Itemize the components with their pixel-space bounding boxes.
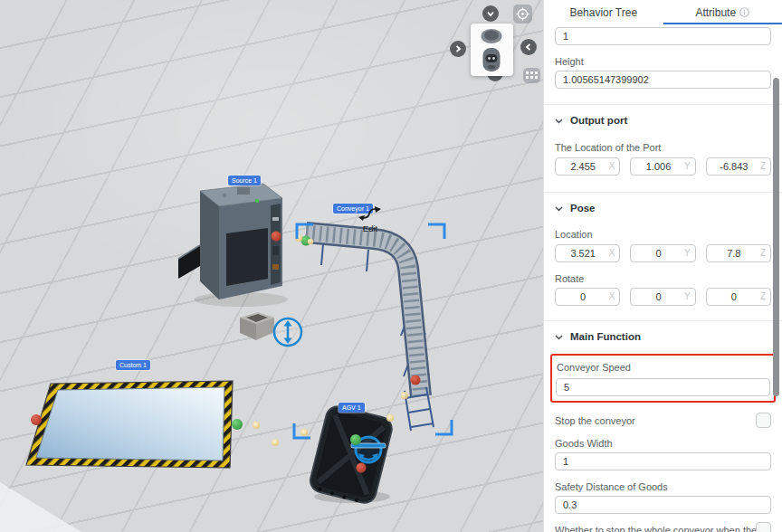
chevron-down-icon [484,7,497,20]
selection-bracket [435,420,452,434]
location-label: Location [555,229,771,240]
chevron-down-icon [555,335,563,340]
tab-attribute-label: Attribute [695,6,736,19]
panel-body: Height Output port The Location of the P… [544,24,782,532]
section-pose[interactable]: Pose [555,203,771,214]
section-divider [544,320,782,321]
robot-head-icon [471,24,513,76]
conveyor-speed-highlight: Conveyor Speed [550,354,776,403]
waypoint-dot [253,422,260,429]
selection-brackets [294,224,452,438]
section-title: Output port [570,115,627,127]
panel-scrollbar[interactable] [773,78,779,396]
panel-tabbar: Behavior Tree Attribute [544,0,782,24]
port-sphere-green[interactable] [232,419,243,430]
chevron-left-icon [522,41,535,53]
3d-viewport[interactable]: Source 1 Conveyor 1 Custom 1 AGV 1 Edit [0,0,543,532]
safety-distance-field[interactable] [555,496,771,514]
waypoint-dot [272,439,279,446]
edit-cursor: Edit [355,205,386,233]
port-sphere-red[interactable] [31,414,42,425]
chevron-right-icon [452,43,464,55]
info-icon [739,7,749,17]
location-xyz: X Y Z [555,244,771,262]
axis-x-label: X [609,161,615,171]
chevron-down-icon [555,119,563,124]
axis-z-label: Z [760,291,766,301]
section-output-port[interactable]: Output port [555,115,771,127]
shortcut-grid-button[interactable] [523,68,540,83]
stop-whole-conveyor-label: Whether to stop the whole conveyor when … [555,525,756,532]
axis-x-label: X [609,248,615,258]
port-location-label: The Location of the Port [555,142,771,153]
axis-x-label: X [609,291,615,301]
axis-y-label: Y [684,161,691,171]
cardboard-box[interactable] [240,312,274,340]
section-title: Pose [570,203,596,214]
width-field[interactable] [555,27,771,45]
stop-conveyor-row: Stop the conveyor [555,413,771,428]
orbit-right-button[interactable] [450,41,466,57]
goods-width-label: Goods Width [555,438,771,449]
axis-z-label: Z [760,161,766,171]
waypoint-dot [300,429,308,436]
lift-gizmo[interactable] [274,318,301,346]
attribute-panel: Behavior Tree Attribute Height Output [543,0,782,532]
section-main-function[interactable]: Main Function [555,331,771,343]
edit-path-arrow-icon [358,205,382,221]
stop-conveyor-label: Stop the conveyor [555,415,635,426]
orbit-down-button[interactable] [482,5,499,22]
tab-behavior-tree[interactable]: Behavior Tree [544,0,663,24]
port-location-xyz: X Y Z [555,157,771,176]
conveyor-speed-label: Conveyor Speed [557,362,770,373]
agv-label-badge[interactable]: AGV 1 [339,403,365,413]
tab-behavior-tree-label: Behavior Tree [569,6,637,19]
section-title: Main Function [570,331,641,343]
rotate-label: Rotate [555,273,771,284]
waypoint-dot [401,392,408,399]
height-field[interactable] [555,71,771,89]
port-sphere-red[interactable] [357,463,367,473]
chevron-down-icon [555,206,563,212]
waypoint-dot [308,239,313,244]
section-divider [544,104,782,105]
edit-label: Edit [355,223,386,233]
source-label-badge[interactable]: Source 1 [228,176,261,185]
orbit-left-button[interactable] [520,39,537,55]
axis-y-label: Y [684,291,691,301]
scene-canvas [0,0,543,532]
machine-chute [178,245,200,279]
conveyor-belt[interactable] [301,233,434,431]
stop-whole-conveyor-checkbox[interactable] [756,522,771,532]
grid-icon [526,71,538,80]
axis-z-label: Z [760,248,766,258]
port-sphere-green[interactable] [350,434,361,445]
conveyor-speed-field[interactable] [556,378,770,396]
pallet-platform[interactable] [26,381,243,468]
simulation-editor: Source 1 Conveyor 1 Custom 1 AGV 1 Edit [0,0,782,532]
goods-width-field[interactable] [555,452,771,470]
waypoint-dot [386,414,394,422]
safety-distance-label: Safety Distance of Goods [555,481,771,492]
stop-conveyor-checkbox[interactable] [756,413,771,428]
focus-target-icon [516,7,529,21]
goods-sphere-red [411,375,421,385]
section-divider [544,192,782,193]
model-preview[interactable] [471,24,513,76]
port-sphere-red[interactable] [272,232,281,242]
selection-bracket [428,224,444,239]
focus-view-button[interactable] [513,5,532,24]
rotate-xyz: X Y Z [555,288,771,306]
axis-y-label: Y [684,248,691,258]
custom-label-badge[interactable]: Custom 1 [116,360,150,370]
tab-attribute[interactable]: Attribute [663,0,782,24]
height-label: Height [555,56,771,67]
stop-whole-conveyor-row: Whether to stop the whole conveyor when … [555,522,771,532]
source-machine[interactable] [178,184,282,299]
